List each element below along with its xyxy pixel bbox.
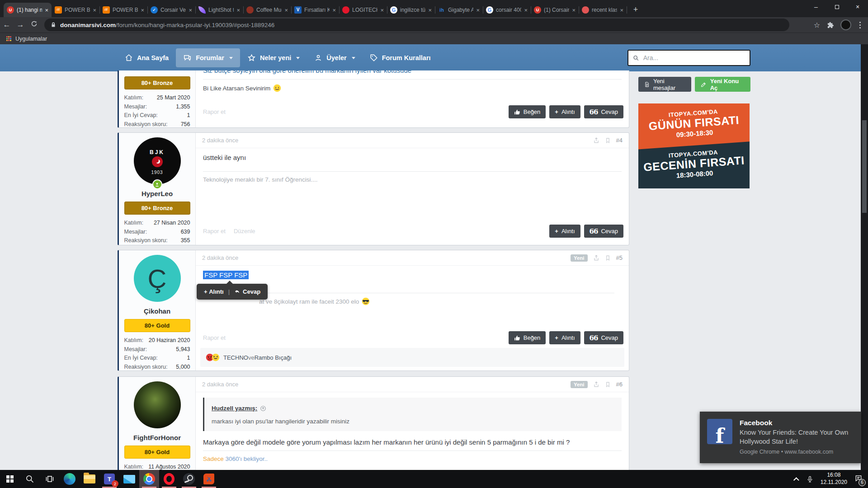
profile-avatar[interactable]: [840, 19, 851, 30]
tab-close-icon[interactable]: ×: [620, 7, 623, 14]
extensions-puzzle-icon[interactable]: [826, 21, 834, 29]
browser-tab[interactable]: recent klasö ×: [579, 3, 627, 17]
reload-button[interactable]: [27, 20, 41, 29]
username[interactable]: Çikohan: [144, 307, 170, 315]
start-button[interactable]: [0, 470, 20, 488]
reactions-bar[interactable]: TECHNO ve Rambo Bıçağı: [200, 348, 624, 367]
scrollbar-thumb[interactable]: [862, 120, 867, 213]
itopya-ad-banner[interactable]: ITOPYA.COM'DA GÜNÜN FIRSATI 09:30-18:30 …: [638, 103, 750, 188]
reaction-user[interactable]: Rambo Bıçağı: [255, 354, 292, 361]
reply-button[interactable]: 66Cevap: [584, 225, 623, 238]
taskbar-chrome[interactable]: [139, 470, 159, 488]
new-topic-button[interactable]: Yeni Konu Aç: [695, 77, 750, 92]
tab-close-icon[interactable]: ×: [572, 7, 576, 14]
post-number[interactable]: #6: [616, 381, 623, 388]
tab-close-icon[interactable]: ×: [524, 7, 528, 14]
microphone-icon[interactable]: [807, 475, 813, 483]
avatar[interactable]: [134, 381, 181, 428]
nav-forums[interactable]: Forumlar: [176, 48, 240, 67]
forward-button[interactable]: →: [14, 20, 27, 29]
taskbar-opera[interactable]: [159, 470, 179, 488]
taskbar-teams[interactable]: T 2: [99, 470, 119, 488]
tooltip-reply-button[interactable]: Cevap: [234, 288, 260, 295]
taskbar-edge[interactable]: [60, 470, 80, 488]
action-center-button[interactable]: 6: [854, 474, 863, 484]
apps-grid-icon[interactable]: [6, 36, 12, 42]
nav-members[interactable]: Üyeler: [307, 48, 362, 67]
task-view-button[interactable]: [40, 470, 60, 488]
browser-menu-icon[interactable]: [859, 24, 861, 26]
signature-link[interactable]: 3060'ı bekliyor..: [226, 455, 268, 462]
like-button[interactable]: Beğen: [509, 331, 546, 344]
address-bar[interactable]: donanimarsivi.com/forum/konu/hangi-marka…: [44, 19, 789, 31]
search-input[interactable]: [643, 54, 745, 61]
taskbar-lightshot[interactable]: [199, 470, 219, 488]
browser-tab[interactable]: POWER BOO ×: [52, 3, 99, 17]
tab-close-icon[interactable]: ×: [332, 7, 336, 14]
taskbar-search-button[interactable]: [20, 470, 40, 488]
post-number[interactable]: #4: [616, 137, 623, 144]
bookmark-icon[interactable]: [605, 255, 611, 261]
nav-rules[interactable]: Forum Kuralları: [363, 48, 438, 67]
tray-expand-icon[interactable]: [793, 477, 799, 483]
tab-close-icon[interactable]: ×: [380, 7, 384, 14]
taskbar-clock[interactable]: 16:0812.11.2020: [821, 472, 847, 486]
page-scrollbar[interactable]: [861, 44, 868, 470]
browser-tab[interactable]: (1) Corsair V ×: [531, 3, 579, 17]
new-messages-button[interactable]: Yeni mesajlar: [638, 77, 691, 92]
tab-close-icon[interactable]: ×: [45, 7, 48, 14]
browser-tab[interactable]: Coffee Mug ×: [243, 3, 291, 17]
taskbar-explorer[interactable]: [80, 470, 99, 488]
tab-close-icon[interactable]: ×: [141, 7, 144, 14]
quote-button[interactable]: +Alıntı: [549, 331, 580, 344]
arrow-up-circle-icon[interactable]: [260, 405, 266, 412]
edit-link[interactable]: Düzenle: [234, 228, 255, 235]
bookmark-icon[interactable]: [605, 381, 611, 388]
tab-close-icon[interactable]: ×: [284, 7, 288, 14]
report-link[interactable]: Rapor et: [203, 228, 226, 235]
forum-search[interactable]: [627, 50, 750, 66]
back-button[interactable]: ←: [0, 20, 14, 29]
share-icon[interactable]: [593, 381, 599, 388]
window-close-button[interactable]: ×: [847, 0, 868, 14]
like-button[interactable]: Beğen: [509, 105, 546, 118]
reply-button[interactable]: 66Cevap: [584, 105, 623, 118]
avatar[interactable]: Ç: [134, 255, 181, 302]
quote-button[interactable]: +Alıntı: [549, 105, 580, 118]
tab-close-icon[interactable]: ×: [236, 7, 240, 14]
bookmark-star-icon[interactable]: ☆: [814, 21, 820, 29]
browser-tab[interactable]: LOGITECH G ×: [339, 3, 387, 17]
browser-tab[interactable]: (1) hangi ma ×: [4, 3, 52, 17]
facebook-notification[interactable]: f Facebook Know Your Friends: Create You…: [700, 412, 861, 463]
browser-tab[interactable]: corsair 4000 ×: [483, 3, 531, 17]
apps-shortcut[interactable]: Uygulamalar: [15, 36, 47, 42]
browser-tab[interactable]: ingilizce türk ×: [387, 3, 435, 17]
post-number[interactable]: #5: [616, 254, 623, 261]
avatar[interactable]: BJK 1903: [134, 137, 181, 184]
report-link[interactable]: Rapor et: [203, 108, 226, 115]
window-maximize-button[interactable]: [826, 0, 847, 14]
browser-tab[interactable]: LightShot ta ×: [195, 3, 243, 17]
reply-button[interactable]: 66Cevap: [584, 331, 623, 344]
quote-attribution[interactable]: Hudzell yazmış:: [212, 405, 266, 412]
browser-tab[interactable]: POWER BOO ×: [99, 3, 147, 17]
report-link[interactable]: Rapor et: [203, 334, 226, 341]
tab-close-icon[interactable]: ×: [93, 7, 96, 14]
share-icon[interactable]: [593, 255, 599, 261]
tab-close-icon[interactable]: ×: [476, 7, 480, 14]
browser-tab[interactable]: Corsair Veng ×: [147, 3, 195, 17]
taskbar-steam[interactable]: [179, 470, 199, 488]
reaction-user[interactable]: TECHNO: [223, 354, 248, 361]
quote-button[interactable]: +Alıntı: [549, 225, 580, 238]
window-minimize-button[interactable]: –: [806, 0, 826, 14]
tab-close-icon[interactable]: ×: [189, 7, 192, 14]
bookmark-icon[interactable]: [605, 137, 611, 144]
taskbar-mail[interactable]: [119, 470, 139, 488]
browser-tab[interactable]: Fırsatları Kaç ×: [291, 3, 339, 17]
nav-whats-new[interactable]: Neler yeni: [240, 48, 307, 67]
browser-tab[interactable]: Gigabyte Ao ×: [435, 3, 483, 17]
nav-home[interactable]: Ana Sayfa: [118, 48, 176, 67]
tooltip-quote-button[interactable]: + Alıntı: [204, 288, 224, 295]
username[interactable]: FightForHonor: [133, 434, 181, 441]
share-icon[interactable]: [593, 137, 599, 144]
